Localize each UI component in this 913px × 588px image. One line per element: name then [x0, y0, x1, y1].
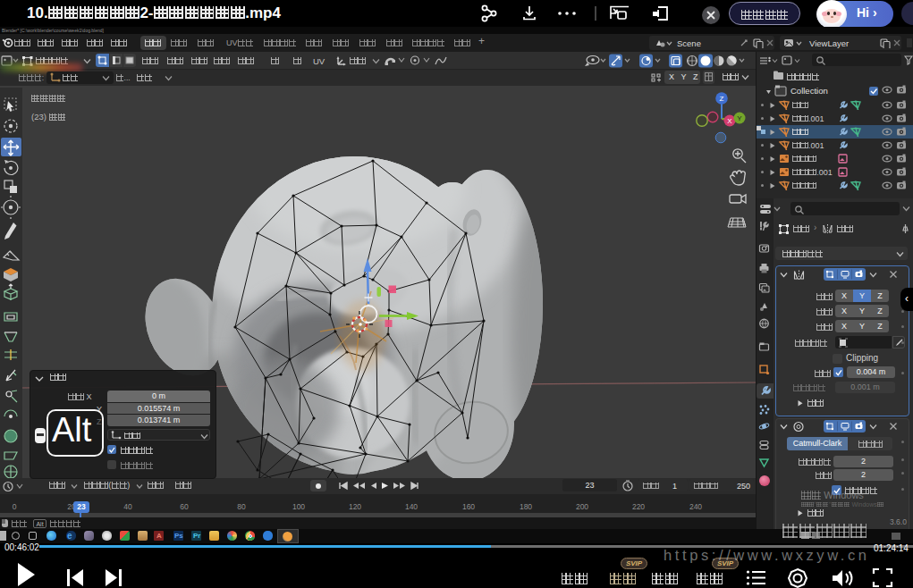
svg-text:Y: Y	[737, 114, 742, 122]
svg-text:X: X	[727, 117, 732, 125]
svg-text:Z: Z	[720, 95, 724, 103]
